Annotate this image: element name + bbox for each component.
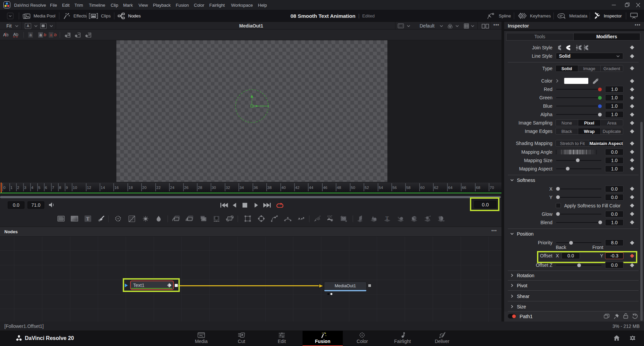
svg-text:b: b [6, 33, 8, 37]
svg-text:b: b [16, 32, 18, 37]
svg-text:T: T [86, 216, 90, 221]
svg-text:T: T [385, 215, 389, 221]
